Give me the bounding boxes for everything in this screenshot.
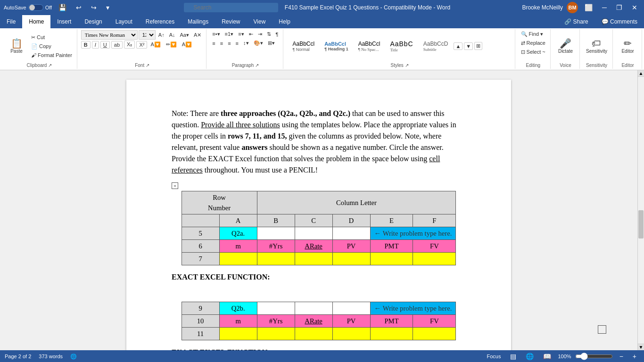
decrease-font-button[interactable]: A↓ <box>167 31 177 39</box>
underline-cell-refs: cell references <box>172 155 440 174</box>
scrollbar-thumb[interactable] <box>638 210 644 239</box>
style-title[interactable]: AaBbC Title <box>386 38 417 55</box>
align-center-button[interactable]: ≡ <box>218 40 225 47</box>
dictate-button[interactable]: 🎤 Dictate <box>556 37 575 55</box>
tab-file[interactable]: File <box>0 15 22 28</box>
redo-button[interactable]: ↪ <box>88 3 99 12</box>
scrollbar[interactable]: ▲ ▼ <box>637 70 644 350</box>
share-button[interactable]: 🔗 Share <box>558 15 594 28</box>
strikethrough-button[interactable]: ab <box>111 41 123 49</box>
bold-button[interactable]: B <box>81 41 91 49</box>
zoom-in-button[interactable]: + <box>630 352 639 361</box>
focus-button[interactable]: Focus <box>484 353 504 360</box>
shading-button[interactable]: 🎨▾ <box>252 39 265 47</box>
sensitivity-label: Sensitivity <box>586 49 607 54</box>
styles-scroll-up[interactable]: ▲ <box>454 42 462 50</box>
row-9-e: ← Write problem type here. <box>370 302 456 315</box>
style-normal[interactable]: AaBbCcl ¶ Normal <box>288 38 319 54</box>
increase-indent-button[interactable]: ⇥ <box>256 30 264 38</box>
clear-format-button[interactable]: A✕ <box>192 31 203 39</box>
comments-button[interactable]: 💬 Comments <box>595 15 644 28</box>
tab-home[interactable]: Home <box>22 15 50 28</box>
align-left-button[interactable]: ≡ <box>210 40 217 47</box>
row-9-c <box>295 302 332 315</box>
style-subtitle[interactable]: AaBbCcD Subtitle <box>419 38 453 54</box>
editor-button[interactable]: ✏ Editor <box>619 37 636 55</box>
italic-button[interactable]: I <box>92 41 99 49</box>
tab-layout[interactable]: Layout <box>109 15 139 28</box>
scroll-down-button[interactable]: ▼ <box>638 344 644 350</box>
highlight-color-button[interactable]: ✏🔽 <box>164 41 179 49</box>
increase-font-button[interactable]: A↑ <box>157 31 166 39</box>
align-right-button[interactable]: ≡ <box>226 40 232 47</box>
styles-expand[interactable]: ⊞ <box>474 42 482 50</box>
tab-mailings[interactable]: Mailings <box>181 15 215 28</box>
zoom-slider[interactable] <box>575 353 613 360</box>
format-painter-button[interactable]: 🖌 Format Painter <box>29 51 74 59</box>
group-voice: 🎤 Dictate Voice <box>552 29 580 69</box>
row-9-b <box>257 302 295 315</box>
decrease-indent-button[interactable]: ⇤ <box>247 30 255 38</box>
change-case-button[interactable]: Aa▾ <box>178 31 191 39</box>
restore-button[interactable]: ❐ <box>613 3 625 12</box>
cut-button[interactable]: ✂ Cut <box>29 33 74 41</box>
tab-view[interactable]: View <box>247 15 272 28</box>
row-11-a <box>219 328 257 340</box>
font-color-button[interactable]: A🔽 <box>149 41 162 49</box>
tab-insert[interactable]: Insert <box>50 15 78 28</box>
customize-button[interactable]: ▾ <box>103 3 112 12</box>
copy-button[interactable]: 📄 Copy <box>29 42 74 50</box>
col-b-header: B <box>257 214 295 227</box>
title-bar-right: Brooke McNeilly BM ⬜ ─ ❐ ✕ <box>522 2 640 13</box>
paste-button[interactable]: 📋 Paste <box>5 37 28 55</box>
find-button[interactable]: 🔍 Find ▾ <box>519 30 545 38</box>
table1: RowNumber Column Letter A B C D E F <box>182 191 456 265</box>
ribbon-display-button[interactable]: ⬜ <box>582 3 595 12</box>
web-layout-button[interactable]: 🌐 <box>523 352 537 361</box>
style-heading1[interactable]: AaBbCcl ¶ Heading 1 <box>320 39 353 54</box>
avatar: BM <box>567 2 578 13</box>
styles-gallery: AaBbCcl ¶ Normal AaBbCcl ¶ Heading 1 AaB… <box>287 37 512 56</box>
tab-review[interactable]: Review <box>215 15 247 28</box>
close-button[interactable]: ✕ <box>629 3 640 12</box>
print-layout-button[interactable]: ▤ <box>507 352 519 361</box>
replace-button[interactable]: ⇄ Replace <box>519 39 547 47</box>
sort-button[interactable]: ⇅ <box>265 30 273 38</box>
line-spacing-button[interactable]: ↕▾ <box>241 39 251 47</box>
style-no-space[interactable]: AaBbCcl ¶ No Spac... <box>354 38 385 54</box>
underline-button[interactable]: U <box>100 41 110 49</box>
tab-help[interactable]: Help <box>272 15 297 28</box>
row-7-f <box>413 253 456 265</box>
minimize-button[interactable]: ─ <box>599 3 610 12</box>
multilevel-list-button[interactable]: ≡▾ <box>236 30 246 38</box>
borders-button[interactable]: ⊞▾ <box>266 39 277 47</box>
show-marks-button[interactable]: ¶ <box>274 31 281 38</box>
document-scroll[interactable]: Note: There are three approaches (Q2a., … <box>0 70 637 350</box>
font-size-select[interactable]: 12 <box>139 30 156 40</box>
expand-button[interactable]: + <box>172 182 178 189</box>
group-editor: ✏ Editor Editor <box>614 29 642 69</box>
select-button[interactable]: ⊡ Select ~ <box>519 48 547 56</box>
numbering-button[interactable]: ≡1▾ <box>223 30 236 38</box>
text-shading-button[interactable]: A🔽 <box>180 41 194 49</box>
search-input[interactable] <box>184 3 278 12</box>
bullets-button[interactable]: ≡•▾ <box>210 30 222 38</box>
sensitivity-button[interactable]: 🏷 Sensitivity <box>584 37 610 55</box>
autosave-toggle[interactable] <box>28 4 43 11</box>
tab-references[interactable]: References <box>139 15 181 28</box>
scroll-up-button[interactable]: ▲ <box>638 70 644 77</box>
save-button[interactable]: 💾 <box>56 3 69 12</box>
zoom-out-button[interactable]: − <box>617 352 626 361</box>
read-mode-button[interactable]: 📖 <box>540 352 554 361</box>
subscript-button[interactable]: X₂ <box>124 41 135 49</box>
superscript-button[interactable]: X² <box>136 41 147 49</box>
font-family-select[interactable]: Times New Roman <box>81 30 138 40</box>
undo-button[interactable]: ↩ <box>73 3 84 12</box>
word-count: 373 words <box>39 354 63 359</box>
row-5-b <box>257 227 295 240</box>
styles-scroll-down[interactable]: ▼ <box>464 42 473 50</box>
tab-design[interactable]: Design <box>78 15 108 28</box>
paragraph-label: Paragraph ↗ <box>232 62 259 68</box>
scrollbar-track[interactable] <box>638 77 644 344</box>
justify-button[interactable]: ≡ <box>234 40 240 47</box>
